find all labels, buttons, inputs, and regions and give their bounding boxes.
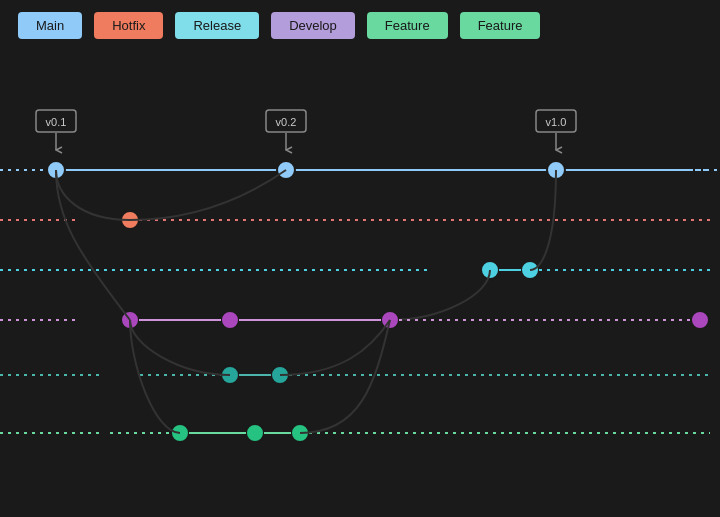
branch-label-release: Release [175,12,259,39]
merge-hotfix-to-main [130,170,286,220]
branch-label-feature2: Feature [460,12,541,39]
branch-develop-to-release [390,270,490,320]
branch-main-to-hotfix [56,170,130,220]
git-flow-diagram: Main Hotfix Release Develop Feature Feat… [0,0,720,517]
tag-v01-label: v0.1 [46,116,67,128]
commit-develop-2 [221,311,239,329]
tag-v10-label: v1.0 [546,116,567,128]
branch-label-develop: Develop [271,12,355,39]
tag-v02-label: v0.2 [276,116,297,128]
commit-develop-4 [691,311,709,329]
branch-label-hotfix: Hotfix [94,12,163,39]
branch-main-to-develop [56,170,130,320]
git-graph-svg: .dashed { stroke-dasharray: 4,5; } .node… [0,55,720,517]
branch-labels-row: Main Hotfix Release Develop Feature Feat… [0,0,720,51]
branch-develop-to-feature1 [130,320,230,375]
branch-label-feature1: Feature [367,12,448,39]
branch-label-main: Main [18,12,82,39]
merge-feature1-to-develop [280,320,390,375]
commit-feature2-2 [246,424,264,442]
